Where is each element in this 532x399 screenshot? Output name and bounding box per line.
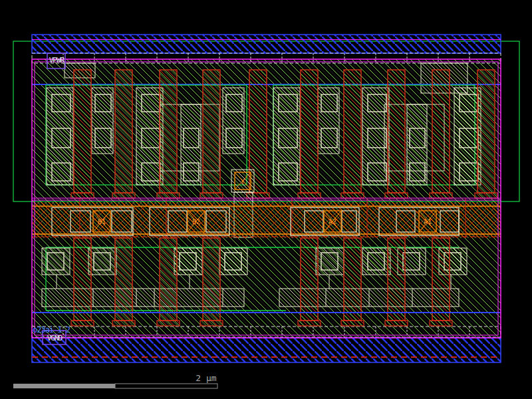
pin-label-b2: B2	[192, 218, 200, 225]
scale-bar-label: 2 µm	[196, 373, 216, 383]
met1-vgnd-rail	[32, 338, 501, 362]
vgnd-label-text: VGND	[47, 334, 63, 342]
pin-label-a1: A1	[424, 218, 432, 225]
scale-bar-filled-segment	[13, 384, 115, 388]
layout-canvas[interactable]: Y B1 B2 A2 A1	[0, 0, 532, 399]
met1-vpwr-rail	[32, 35, 501, 53]
output-pin-label: Y	[241, 178, 245, 186]
pin-label-a2: A2	[329, 218, 336, 225]
cell-name-label: o23ai_1 2	[33, 325, 70, 334]
pin-label-b1: B1	[98, 218, 106, 225]
layout-viewport[interactable]: Y B1 B2 A2 A1	[0, 0, 532, 399]
vpwr-label-text: VPWR	[49, 56, 65, 65]
